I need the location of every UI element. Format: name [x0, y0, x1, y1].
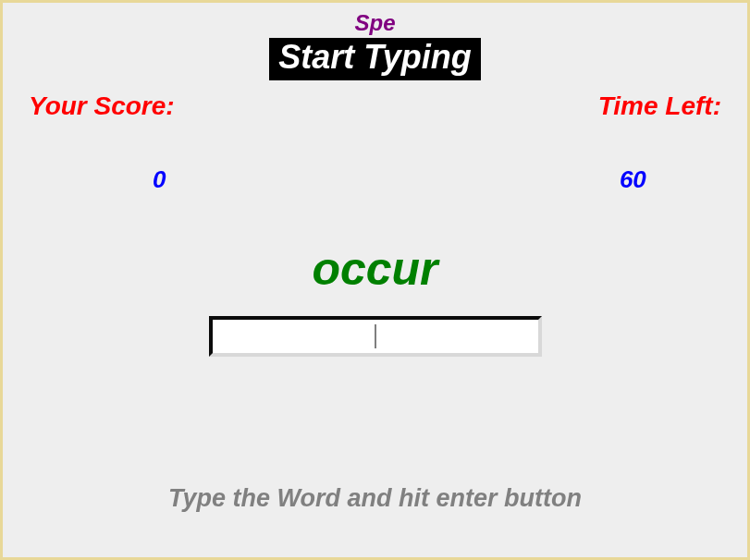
text-cursor — [375, 324, 375, 348]
start-typing-banner: Start Typing — [269, 38, 481, 80]
time-value: 60 — [598, 165, 668, 194]
word-display: occur — [3, 242, 747, 296]
time-label: Time Left: — [598, 91, 721, 121]
spe-label: Spe — [3, 10, 747, 36]
input-area — [3, 316, 747, 357]
input-wrapper — [209, 316, 542, 357]
score-section: Your Score: 0 — [29, 91, 175, 194]
time-section: Time Left: 60 — [598, 91, 721, 194]
instruction-text: Type the Word and hit enter button — [3, 484, 747, 513]
current-word: occur — [312, 243, 437, 295]
header-area: Spe Start Typing — [3, 3, 747, 80]
score-label: Your Score: — [29, 91, 175, 121]
stats-row: Your Score: 0 Time Left: 60 — [3, 91, 747, 194]
score-value: 0 — [144, 165, 175, 194]
